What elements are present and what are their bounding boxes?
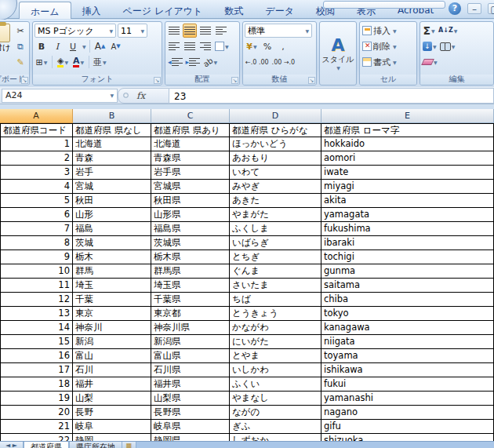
cell[interactable]: 新潟県 bbox=[151, 335, 230, 349]
cell[interactable]: 千葉 bbox=[73, 293, 151, 307]
clear-button[interactable]: ▼ bbox=[422, 55, 438, 69]
insert-worksheet-tab[interactable]: ▦ bbox=[122, 442, 136, 448]
cells-button-書式[interactable]: 書式▼ bbox=[361, 55, 413, 69]
cell[interactable]: 栃木県 bbox=[151, 250, 230, 264]
cell[interactable]: いわて bbox=[230, 166, 321, 180]
copy-button[interactable]: ⧉ bbox=[13, 39, 27, 53]
ribbon-tab-データ[interactable]: データ bbox=[254, 2, 305, 19]
cell[interactable]: 都道府県コード bbox=[0, 123, 73, 137]
cell[interactable]: 岐阜県 bbox=[151, 420, 230, 434]
cell[interactable]: 福島 bbox=[73, 222, 151, 236]
styles-button[interactable]: スタイル bbox=[322, 54, 354, 65]
cell[interactable]: 宮城県 bbox=[151, 180, 230, 194]
cell[interactable]: 千葉県 bbox=[151, 293, 230, 307]
cell[interactable]: 5 bbox=[0, 194, 73, 208]
cell[interactable]: 3 bbox=[0, 166, 73, 180]
cell[interactable]: ふくしま bbox=[230, 222, 321, 236]
cell[interactable]: みやぎ bbox=[230, 180, 321, 194]
maximize-button[interactable]: ▢ bbox=[488, 3, 494, 14]
cut-button[interactable]: ✂ bbox=[13, 24, 27, 38]
cell[interactable]: とうきょう bbox=[230, 307, 321, 321]
wrap-text-button[interactable] bbox=[214, 24, 228, 38]
cell[interactable]: やまがた bbox=[230, 208, 321, 222]
cell[interactable]: いしかわ bbox=[230, 363, 321, 377]
cell[interactable]: 福島県 bbox=[151, 222, 230, 236]
cell[interactable]: 9 bbox=[0, 250, 73, 264]
cell[interactable]: 茨城県 bbox=[151, 236, 230, 250]
borders-button[interactable]: ⊞▼ bbox=[35, 55, 49, 69]
cell[interactable]: 東京都 bbox=[151, 307, 230, 321]
number-format-select[interactable]: 標準▼ bbox=[245, 24, 312, 38]
cell[interactable]: ふくい bbox=[230, 377, 321, 392]
cell[interactable]: miyagi bbox=[321, 180, 494, 194]
cell[interactable]: 岩手 bbox=[73, 166, 151, 180]
currency-button[interactable]: ¥▼ bbox=[245, 39, 259, 53]
cell[interactable]: 秋田県 bbox=[151, 194, 230, 208]
fx-icon[interactable]: fx bbox=[136, 90, 145, 101]
cell[interactable]: tokyo bbox=[321, 307, 494, 321]
phonetic-guide-button[interactable]: 亜▼ bbox=[93, 55, 107, 69]
cell[interactable]: 石川 bbox=[73, 363, 151, 377]
column-header-C[interactable]: C bbox=[151, 109, 230, 123]
sheet-tab-都道府県[interactable]: 都道府県 bbox=[24, 442, 69, 448]
cell[interactable]: あきた bbox=[230, 194, 321, 208]
cell[interactable]: 16 bbox=[0, 349, 73, 363]
cell[interactable]: 2 bbox=[0, 151, 73, 166]
underline-button[interactable]: U bbox=[66, 39, 80, 53]
cell[interactable]: 都道府県 ひらがな bbox=[230, 123, 321, 137]
cell[interactable]: いばらぎ bbox=[230, 236, 321, 250]
cell[interactable]: 宮城 bbox=[73, 180, 151, 194]
font-name-select[interactable]: MS Pゴシック▼ bbox=[35, 24, 116, 38]
cell[interactable]: 山形 bbox=[73, 208, 151, 222]
cell[interactable]: ながの bbox=[230, 406, 321, 420]
number-dialog-launcher[interactable]: ↘ bbox=[308, 77, 315, 84]
align-center-button[interactable] bbox=[183, 39, 197, 53]
cell[interactable]: 13 bbox=[0, 307, 73, 321]
cell[interactable]: tochigi bbox=[321, 250, 494, 264]
cell[interactable]: 都道府県 県あり bbox=[151, 123, 230, 137]
grow-font-button[interactable]: A▲ bbox=[93, 39, 107, 53]
name-box[interactable]: A24 ▼ bbox=[2, 89, 118, 103]
cell[interactable]: ibaraki bbox=[321, 236, 494, 250]
cell[interactable]: 11 bbox=[0, 279, 73, 293]
cell[interactable]: 福井県 bbox=[151, 377, 230, 392]
cell[interactable]: 長野 bbox=[73, 406, 151, 420]
cell[interactable]: 14 bbox=[0, 321, 73, 335]
ribbon-tab-ホーム[interactable]: ホーム bbox=[19, 2, 71, 19]
cell[interactable]: 7 bbox=[0, 222, 73, 236]
column-header-B[interactable]: B bbox=[73, 109, 151, 123]
fill-button[interactable]: ↓▼ bbox=[422, 39, 438, 53]
cell[interactable]: aomori bbox=[321, 151, 494, 166]
cell[interactable]: 北海道 bbox=[151, 137, 230, 151]
cell[interactable]: yamanashi bbox=[321, 392, 494, 406]
shrink-font-button[interactable]: A▼ bbox=[109, 39, 123, 53]
cell[interactable]: 21 bbox=[0, 420, 73, 434]
formula-input[interactable]: 23 bbox=[169, 88, 494, 104]
cell[interactable]: 埼玉 bbox=[73, 279, 151, 293]
cell[interactable]: 19 bbox=[0, 392, 73, 406]
cell[interactable]: 1 bbox=[0, 137, 73, 151]
cell[interactable]: にいがた bbox=[230, 335, 321, 349]
cell[interactable]: 埼玉県 bbox=[151, 279, 230, 293]
cell[interactable]: とちぎ bbox=[230, 250, 321, 264]
cell[interactable]: fukui bbox=[321, 377, 494, 392]
clipboard-dialog-launcher[interactable]: ↘ bbox=[21, 77, 28, 84]
bold-button[interactable]: B bbox=[35, 39, 49, 53]
cell[interactable]: 17 bbox=[0, 363, 73, 377]
cell[interactable]: 秋田 bbox=[73, 194, 151, 208]
cell[interactable]: hokkaido bbox=[321, 137, 494, 151]
cell[interactable]: ishikawa bbox=[321, 363, 494, 377]
decrease-decimal-button[interactable]: .00 →.0 bbox=[271, 55, 296, 69]
cell[interactable]: 8 bbox=[0, 236, 73, 250]
cell[interactable]: かながわ bbox=[230, 321, 321, 335]
decrease-indent-button[interactable]: ◂ bbox=[167, 55, 183, 69]
cell[interactable]: iwate bbox=[321, 166, 494, 180]
cells-button-挿入[interactable]: 挿入▼ bbox=[361, 24, 413, 38]
cell[interactable]: 6 bbox=[0, 208, 73, 222]
cell[interactable]: 神奈川県 bbox=[151, 321, 230, 335]
cell[interactable]: 北海道 bbox=[73, 137, 151, 151]
font-size-select[interactable]: 11▼ bbox=[118, 24, 147, 38]
cell[interactable]: 15 bbox=[0, 335, 73, 349]
merge-center-button[interactable]: ▼ bbox=[214, 39, 230, 53]
cell[interactable]: とやま bbox=[230, 349, 321, 363]
